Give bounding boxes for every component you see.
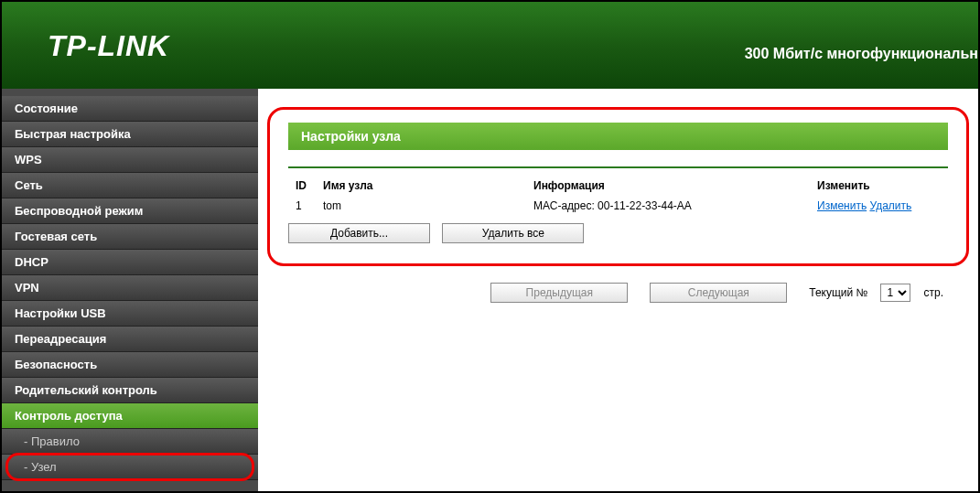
prev-page-button[interactable]: Предыдущая — [490, 283, 628, 303]
host-settings-panel: Настройки узла ID Имя узла Информация Из… — [267, 107, 969, 266]
table-row: 1tomМАС-адрес: 00-11-22-33-44-AAИзменить… — [288, 196, 948, 216]
page-suffix: стр. — [923, 286, 943, 299]
nav-item-8[interactable]: Настройки USB — [2, 301, 258, 327]
nav-item-1[interactable]: Быстрая настройка — [2, 122, 258, 147]
nav-item-6[interactable]: DHCP — [2, 250, 258, 275]
nav-item-9[interactable]: Переадресация — [2, 327, 258, 352]
col-id: ID — [288, 176, 316, 196]
col-name: Имя узла — [316, 176, 526, 196]
nav-item-12[interactable]: Контроль доступа — [2, 403, 258, 429]
pager: Предыдущая Следующая Текущий № 1 стр. — [267, 283, 969, 303]
nav-item-3[interactable]: Сеть — [2, 173, 258, 198]
nav-item-13[interactable]: - Правило — [2, 429, 258, 455]
nav-item-11[interactable]: Родительский контроль — [2, 378, 258, 403]
host-table: ID Имя узла Информация Изменить 1tomМАС-… — [288, 176, 948, 216]
delete-link[interactable]: Удалить — [869, 199, 911, 212]
cell-info: МАС-адрес: 00-11-22-33-44-AA — [526, 196, 810, 216]
cell-actions: Изменить Удалить — [810, 196, 948, 216]
nav-item-5[interactable]: Гостевая сеть — [2, 224, 258, 250]
nav-item-7[interactable]: VPN — [2, 275, 258, 301]
header-tagline: 300 Мбит/с многофункциональн — [745, 46, 978, 62]
current-page-label: Текущий № — [809, 286, 867, 299]
nav-item-0[interactable]: Состояние — [2, 96, 258, 122]
delete-all-button[interactable]: Удалить все — [442, 223, 584, 243]
page-select[interactable]: 1 — [880, 284, 910, 302]
add-button[interactable]: Добавить... — [288, 223, 430, 243]
sidebar: СостояниеБыстрая настройкаWPSСетьБеспров… — [2, 89, 258, 491]
edit-link[interactable]: Изменить — [817, 199, 867, 212]
cell-id: 1 — [288, 196, 316, 216]
panel-title: Настройки узла — [288, 123, 948, 150]
nav-item-2[interactable]: WPS — [2, 147, 258, 173]
next-page-button[interactable]: Следующая — [650, 283, 787, 303]
col-info: Информация — [526, 176, 810, 196]
nav-item-4[interactable]: Беспроводной режим — [2, 198, 258, 224]
nav-item-14[interactable]: - Узел — [2, 455, 258, 480]
col-modify: Изменить — [810, 176, 948, 196]
content-area: Настройки узла ID Имя узла Информация Из… — [258, 89, 978, 491]
cell-name: tom — [316, 196, 526, 216]
divider — [288, 166, 948, 168]
nav-item-10[interactable]: Безопасность — [2, 352, 258, 378]
header: TP-LINK 300 Мбит/с многофункциональн — [2, 2, 978, 89]
